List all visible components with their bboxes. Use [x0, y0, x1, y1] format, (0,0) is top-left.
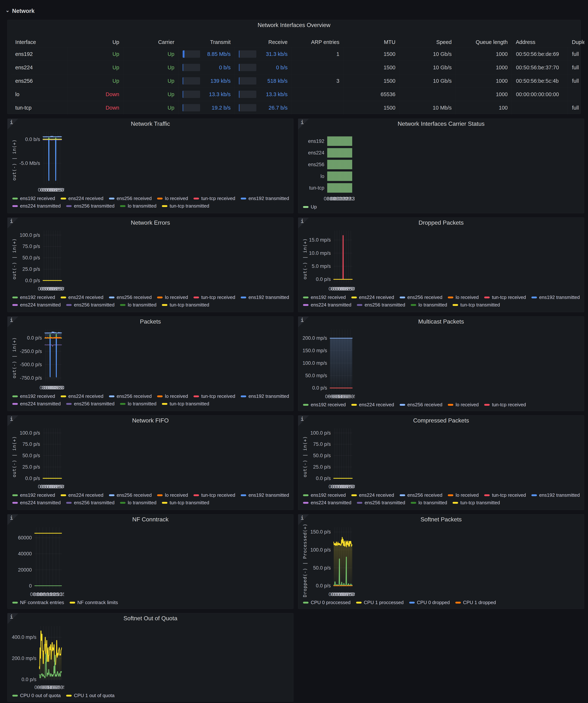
panel-title[interactable]: Network FIFO: [8, 415, 293, 425]
column-header-address[interactable]: Address: [512, 37, 568, 47]
legend-item[interactable]: tun-tcp transmitted: [452, 500, 500, 505]
time-series-plot[interactable]: 100.0 p/s75.0 p/s50.0 p/s25.0 p/s0.0 p/s…: [9, 426, 64, 490]
legend-item[interactable]: NF conntrack entries: [12, 600, 64, 605]
legend-item[interactable]: lo received: [448, 295, 479, 300]
legend-item[interactable]: lo transmitted: [120, 203, 156, 209]
legend-item[interactable]: ens192 received: [303, 492, 346, 498]
legend-item[interactable]: tun-tcp received: [193, 295, 235, 300]
legend-item[interactable]: ens192 received: [12, 393, 55, 399]
column-header-receive[interactable]: Receive: [235, 37, 291, 47]
legend-item[interactable]: ens192 transmitted: [531, 492, 580, 498]
time-series-plot[interactable]: 600004000020000008:0008:0508:1008:1508:2…: [9, 525, 64, 598]
legend-item[interactable]: ens192 received: [303, 402, 346, 407]
legend-item[interactable]: tun-tcp transmitted: [162, 302, 209, 308]
legend-item[interactable]: lo transmitted: [411, 302, 447, 308]
legend-item[interactable]: lo received: [448, 402, 479, 407]
legend-item[interactable]: CPU 1 proccessed: [356, 600, 404, 605]
legend-item[interactable]: tun-tcp received: [193, 196, 235, 201]
legend-item[interactable]: lo received: [448, 492, 479, 498]
time-series-plot[interactable]: 400.0 mp/s200.0 mp/s0.0 p/s08:0008:0508:…: [9, 624, 64, 691]
legend-item[interactable]: lo received: [157, 196, 188, 201]
legend-item[interactable]: tun-tcp received: [484, 402, 526, 407]
column-header-queue-length[interactable]: Queue length: [456, 37, 512, 47]
legend-item[interactable]: ens256 received: [109, 196, 152, 201]
legend-item[interactable]: ens192 received: [12, 295, 55, 300]
column-header-carrier[interactable]: Carrier: [123, 37, 178, 47]
legend-item[interactable]: ens192 received: [303, 295, 346, 300]
legend-item[interactable]: tun-tcp transmitted: [452, 302, 500, 308]
legend-item[interactable]: CPU 1 out of quota: [66, 693, 114, 698]
panel-title[interactable]: Network Interfaces Carrier Status: [298, 119, 584, 129]
legend-item[interactable]: ens256 transmitted: [66, 500, 114, 505]
legend-item[interactable]: ens256 received: [400, 402, 442, 407]
time-series-plot[interactable]: 150.0 p/s100.0 p/s50.0 p/s0.0 p/s08:0008…: [300, 525, 355, 598]
legend-item[interactable]: CPU 0 dropped: [409, 600, 450, 605]
legend-item[interactable]: CPU 0 proccessed: [303, 600, 351, 605]
legend-item[interactable]: lo received: [157, 295, 188, 300]
time-series-plot[interactable]: 0.0 p/s-250.0 p/s-500.0 p/s-750.0 p/s08:…: [9, 327, 64, 392]
legend-item[interactable]: ens256 transmitted: [66, 302, 114, 308]
panel-title[interactable]: NF Conntrack: [8, 515, 293, 524]
legend-item[interactable]: ens192 transmitted: [531, 295, 580, 300]
legend-item[interactable]: ens224 received: [351, 295, 394, 300]
legend-item[interactable]: ens192 transmitted: [241, 492, 289, 498]
legend-item[interactable]: lo received: [157, 393, 188, 399]
legend-item[interactable]: ens256 received: [109, 295, 152, 300]
column-header-arp-entries[interactable]: ARP entries: [291, 37, 343, 47]
legend-item[interactable]: ens192 transmitted: [241, 295, 289, 300]
legend-item[interactable]: Up: [303, 204, 317, 210]
legend-item[interactable]: ens224 transmitted: [12, 401, 61, 407]
legend-item[interactable]: ens256 received: [109, 393, 152, 399]
legend-item[interactable]: ens224 received: [351, 492, 394, 498]
legend-item[interactable]: lo transmitted: [411, 500, 447, 505]
legend-item[interactable]: ens256 transmitted: [357, 302, 405, 308]
time-series-plot[interactable]: 0.0 b/s-5.0 Mb/s08:0008:0508:1008:1508:2…: [9, 129, 64, 194]
column-header-interface[interactable]: Interface: [11, 37, 67, 47]
legend-item[interactable]: ens256 received: [109, 492, 152, 498]
legend-item[interactable]: lo transmitted: [120, 401, 156, 407]
legend-item[interactable]: lo transmitted: [120, 302, 156, 308]
column-header-transmit[interactable]: Transmit: [178, 37, 235, 47]
section-row-network[interactable]: ⌄ Network: [5, 5, 34, 17]
legend-item[interactable]: tun-tcp received: [193, 492, 235, 498]
legend-item[interactable]: ens224 transmitted: [303, 500, 351, 505]
column-header-up[interactable]: Up: [67, 37, 123, 47]
legend-item[interactable]: ens256 transmitted: [357, 500, 405, 505]
legend-item[interactable]: ens224 transmitted: [303, 302, 351, 308]
legend-item[interactable]: lo transmitted: [120, 500, 156, 505]
legend-item[interactable]: tun-tcp received: [484, 295, 526, 300]
legend-item[interactable]: CPU 1 dropped: [455, 600, 496, 605]
column-header-speed[interactable]: Speed: [400, 37, 456, 47]
time-series-plot[interactable]: 100.0 p/s75.0 p/s50.0 p/s25.0 p/s0.0 p/s…: [300, 426, 355, 490]
panel-title[interactable]: Softnet Out of Quota: [8, 613, 293, 623]
legend-item[interactable]: ens224 received: [61, 295, 103, 300]
panel-title[interactable]: Packets: [8, 317, 293, 326]
legend-item[interactable]: ens192 transmitted: [241, 393, 289, 399]
legend-item[interactable]: ens256 transmitted: [66, 401, 114, 407]
legend-item[interactable]: ens192 received: [12, 492, 55, 498]
panel-title[interactable]: Network Traffic: [8, 119, 293, 129]
legend-item[interactable]: ens224 received: [61, 196, 103, 201]
legend-item[interactable]: tun-tcp transmitted: [162, 203, 209, 209]
legend-item[interactable]: ens224 transmitted: [12, 500, 61, 505]
legend-item[interactable]: ens224 received: [61, 492, 103, 498]
panel-title[interactable]: Softnet Packets: [298, 515, 584, 524]
status-history-plot[interactable]: ens192ens224ens256lotun-tcp08:0208:0708:…: [300, 129, 355, 203]
legend-item[interactable]: lo received: [157, 492, 188, 498]
legend-item[interactable]: ens224 transmitted: [12, 203, 61, 209]
panel-title[interactable]: Compressed Packets: [298, 415, 584, 425]
panel-title[interactable]: Network Interfaces Overview: [8, 20, 580, 30]
time-series-plot[interactable]: 100.0 p/s75.0 p/s50.0 p/s25.0 p/s0.0 p/s…: [9, 228, 64, 293]
legend-item[interactable]: ens256 received: [400, 492, 442, 498]
legend-item[interactable]: CPU 0 out of quota: [12, 693, 61, 698]
legend-item[interactable]: ens256 transmitted: [66, 203, 114, 209]
legend-item[interactable]: NF conntrack limits: [70, 600, 118, 605]
legend-item[interactable]: ens256 received: [400, 295, 442, 300]
legend-item[interactable]: tun-tcp transmitted: [162, 401, 209, 407]
panel-title[interactable]: Network Errors: [8, 218, 293, 228]
panel-title[interactable]: Multicast Packets: [298, 317, 584, 326]
legend-item[interactable]: ens192 transmitted: [241, 196, 289, 201]
column-header-duplex[interactable]: Duplex: [568, 37, 585, 47]
legend-item[interactable]: ens224 received: [61, 393, 103, 399]
time-series-plot[interactable]: 200.0 mp/s150.0 mp/s100.0 mp/s50.0 mp/s0…: [300, 327, 355, 400]
